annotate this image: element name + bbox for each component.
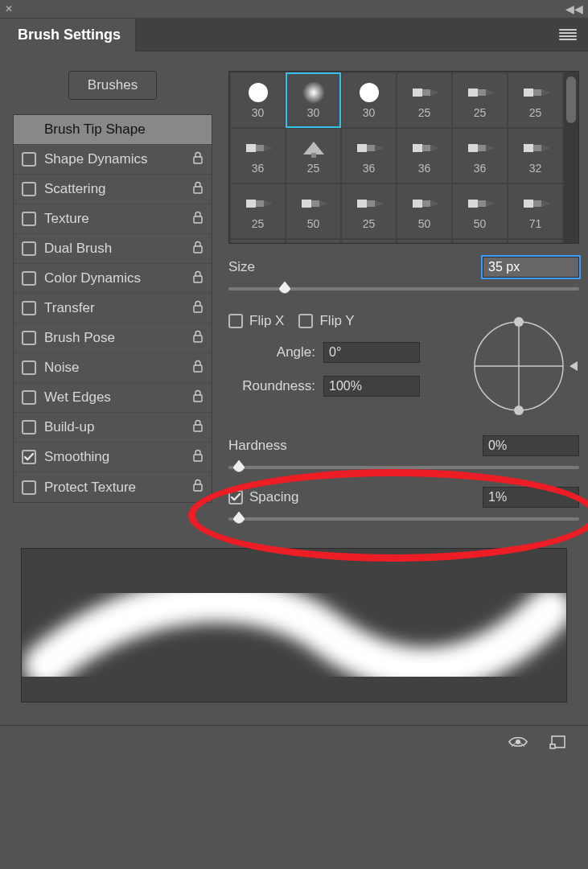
collapse-icon[interactable]: ◀◀ — [565, 2, 583, 15]
category-label: Transfer — [44, 300, 191, 316]
svg-point-61 — [514, 317, 524, 327]
brush-tip-cell[interactable]: 36 — [397, 129, 451, 183]
brush-tip-cell[interactable]: 30 — [342, 73, 396, 127]
checkbox-icon[interactable] — [22, 450, 36, 464]
tab-brush-settings[interactable]: Brush Settings — [0, 18, 136, 51]
brush-tip-icon — [356, 138, 383, 159]
brush-tip-cell[interactable]: 25 — [453, 73, 507, 127]
brush-tip-icon — [356, 82, 383, 103]
svg-rect-30 — [478, 145, 486, 151]
close-icon[interactable]: ✕ — [5, 3, 13, 14]
brush-tip-cell[interactable] — [397, 240, 451, 244]
size-slider-handle[interactable] — [277, 279, 293, 295]
lock-icon[interactable] — [191, 449, 205, 466]
lock-icon[interactable] — [191, 241, 205, 257]
lock-icon[interactable] — [191, 479, 205, 496]
brush-tip-cell[interactable]: 50 — [397, 184, 451, 238]
lock-icon[interactable] — [191, 181, 205, 198]
checkbox-icon[interactable] — [22, 241, 36, 256]
lock-icon[interactable] — [191, 211, 205, 228]
angle-roundness-disc[interactable] — [467, 310, 579, 422]
brush-tip-size: 25 — [363, 217, 376, 230]
category-row-smoothing[interactable]: Smoothing — [14, 443, 212, 472]
hardness-input[interactable] — [483, 435, 579, 456]
size-slider[interactable] — [228, 282, 579, 295]
category-row-texture[interactable]: Texture — [14, 204, 212, 234]
checkbox-icon[interactable] — [22, 152, 36, 167]
flip-y-checkbox[interactable]: Flip Y — [298, 313, 354, 329]
toggle-preview-icon[interactable] — [508, 735, 528, 752]
brush-tip-cell[interactable]: 30 — [286, 73, 340, 127]
lock-icon[interactable] — [191, 360, 205, 377]
category-row-brush-tip-shape[interactable]: Brush Tip Shape — [14, 115, 212, 145]
category-row-protect-texture[interactable]: Protect Texture — [14, 472, 212, 502]
spacing-checkbox[interactable]: Spacing — [228, 489, 483, 505]
scrollbar-thumb[interactable] — [566, 76, 576, 123]
category-row-wet-edges[interactable]: Wet Edges — [14, 383, 212, 413]
flyout-menu-icon[interactable] — [559, 29, 577, 40]
checkbox-icon[interactable] — [22, 301, 36, 315]
lock-icon[interactable] — [191, 419, 205, 436]
brush-tip-cell[interactable]: 30 — [231, 73, 285, 127]
checkbox-icon[interactable] — [22, 390, 36, 405]
checkbox-icon[interactable] — [22, 360, 36, 375]
size-input[interactable] — [483, 257, 579, 278]
lock-icon[interactable] — [191, 300, 205, 317]
lock-icon[interactable] — [191, 330, 205, 347]
brush-tip-cell[interactable]: 25 — [397, 73, 451, 127]
category-row-shape-dynamics[interactable]: Shape Dynamics — [14, 145, 212, 175]
brush-tip-icon — [467, 82, 494, 103]
brush-tip-cell[interactable] — [342, 240, 396, 244]
category-row-dual-brush[interactable]: Dual Brush — [14, 234, 212, 264]
lock-icon[interactable] — [191, 270, 205, 287]
spacing-row: Spacing — [228, 487, 579, 508]
brush-tip-cell[interactable]: 36 — [342, 129, 396, 183]
checkbox-icon[interactable] — [22, 331, 36, 345]
category-row-noise[interactable]: Noise — [14, 353, 212, 383]
brush-tip-size: 50 — [307, 217, 320, 230]
spacing-slider[interactable] — [228, 513, 579, 525]
brush-tip-size: 36 — [252, 162, 265, 175]
brush-tip-cell[interactable]: 50 — [453, 184, 507, 238]
checkbox-icon[interactable] — [22, 182, 36, 196]
new-preset-icon[interactable] — [549, 734, 567, 753]
brush-tip-cell[interactable]: 36 — [231, 129, 285, 183]
brush-tip-cell[interactable]: 71 — [508, 184, 562, 238]
svg-point-14 — [302, 81, 325, 104]
hardness-slider[interactable] — [228, 461, 579, 474]
brush-tip-size: 32 — [529, 162, 542, 175]
checkbox-icon[interactable] — [22, 271, 36, 286]
svg-rect-44 — [533, 200, 541, 207]
spacing-slider-handle[interactable] — [231, 509, 247, 525]
category-row-brush-pose[interactable]: Brush Pose — [14, 323, 212, 353]
brush-tip-cell[interactable] — [453, 240, 507, 244]
brush-tip-scrollbar[interactable] — [564, 72, 578, 243]
category-row-build-up[interactable]: Build-up — [14, 413, 212, 443]
checkbox-icon[interactable] — [22, 480, 36, 495]
brush-tip-cell[interactable]: 25 — [508, 73, 562, 127]
roundness-input[interactable] — [323, 376, 420, 397]
category-row-scattering[interactable]: Scattering — [14, 175, 212, 204]
brush-tip-cell[interactable]: 50 — [286, 184, 340, 238]
brush-tip-cell[interactable]: 25 — [342, 184, 396, 238]
checkbox-icon[interactable] — [22, 420, 36, 434]
angle-input[interactable] — [323, 342, 420, 363]
flip-x-checkbox[interactable]: Flip X — [228, 313, 284, 329]
brush-tip-cell[interactable] — [286, 240, 340, 244]
spacing-input[interactable] — [483, 487, 579, 508]
checkbox-icon[interactable] — [22, 212, 36, 226]
brush-tip-cell[interactable] — [231, 240, 285, 244]
brush-tip-cell[interactable] — [508, 240, 562, 244]
lock-icon[interactable] — [191, 389, 205, 406]
brush-tip-cell[interactable]: 25 — [231, 184, 285, 238]
brush-tip-cell[interactable]: 32 — [508, 129, 562, 183]
lock-icon[interactable] — [191, 151, 205, 168]
category-row-transfer[interactable]: Transfer — [14, 294, 212, 323]
brush-tip-icon — [411, 82, 438, 103]
brush-tip-cell[interactable]: 25 — [286, 129, 340, 183]
hardness-slider-handle[interactable] — [231, 458, 247, 474]
brush-tip-cell[interactable]: 36 — [453, 129, 507, 183]
panel-footer — [0, 725, 588, 760]
brushes-button[interactable]: Brushes — [68, 71, 157, 100]
category-row-color-dynamics[interactable]: Color Dynamics — [14, 264, 212, 294]
